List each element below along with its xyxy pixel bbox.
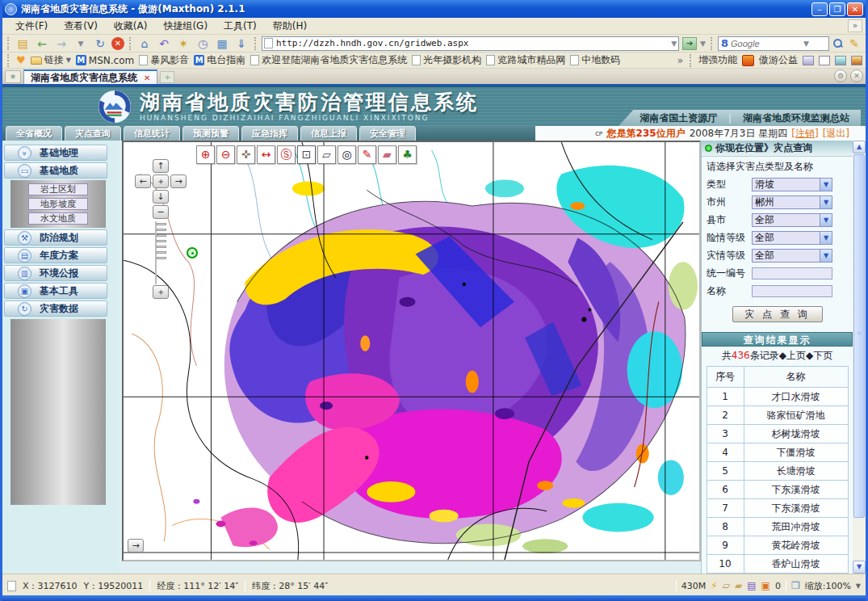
chevron-down-icon[interactable]: ▼ [820,214,832,226]
sidebar-item-base-geography[interactable]: » 基础地理 [4,145,107,161]
sidebar-item-basic-tools[interactable]: ▣ 基本工具 [4,283,107,299]
identify-icon[interactable]: ◎ [338,145,356,164]
disaster-query-button[interactable]: 灾 点 查 询 [732,306,823,322]
notes-icon[interactable] [835,56,846,65]
zoom-level[interactable]: 缩放:100% [805,580,851,592]
download-icon[interactable]: ⇓ [233,36,249,51]
history-clock-icon[interactable]: ◷ [195,36,211,51]
city-select[interactable]: 郴州 ▼ [752,195,832,209]
back-icon[interactable]: ← [34,36,50,51]
tab-province-overview[interactable]: 全省概况 [6,126,62,141]
home-icon[interactable]: ⌂ [136,36,153,51]
collapse-chevron-icon[interactable]: » [848,19,862,32]
draw-line-icon[interactable]: ✎ [358,145,376,164]
sidebar-item-disaster-data[interactable]: ↻ 灾害数据 [4,300,107,317]
go-button[interactable]: ➔ [682,37,697,50]
zoom-in-icon[interactable]: ⊕ [196,145,215,164]
map-viewport[interactable]: ⊕ ⊖ ✜ ↔ Ⓢ ⊡ ▱ ◎ ✎ ▰ ♣ ↑ ← ＋ → ↓ [122,141,701,561]
pan-icon[interactable]: ✜ [237,145,255,164]
table-row[interactable]: 4下僵滑坡 [707,443,848,462]
link-msn[interactable]: M MSN.com [76,55,134,66]
table-row[interactable]: 8荒田冲滑坡 [707,518,848,536]
overflow-chevron[interactable]: » [677,55,683,66]
measure-icon[interactable]: ↔ [257,145,275,164]
table-row[interactable]: 2骆家恒矿滑地 [707,406,848,425]
chevron-down-icon[interactable]: ▼ [820,179,832,191]
scrollbar-thumb[interactable] [853,154,865,518]
forward-icon[interactable]: → [53,36,69,51]
table-row[interactable]: 6下东溪滑坡 [707,481,848,499]
link-land-resources[interactable]: 湖南省国土资源厅 [639,111,717,125]
search-input[interactable] [731,39,803,48]
magic-wand-icon[interactable]: ✶ [175,36,191,51]
tab-close-icon[interactable]: ✕ [144,74,150,82]
refresh-icon[interactable]: ↻ [92,36,108,51]
folder-new-icon[interactable]: ▰ [735,580,742,591]
sub-item-terrain-slope[interactable]: 地形坡度 [28,198,88,210]
logout-link[interactable]: [注销] [791,127,818,141]
pan-right-bottom-button[interactable]: → [128,539,144,553]
tab-forecast-warning[interactable]: 预测预警 [182,126,239,141]
table-row[interactable]: 3杉树垅滑坡 [707,425,848,443]
tab-statistics[interactable]: 信息统计 [124,126,180,141]
menu-file[interactable]: 文件(F) [7,18,56,35]
minimize-button[interactable]: － [811,2,828,16]
search-icon[interactable] [832,38,843,48]
table-row[interactable]: 5长塘滑坡 [707,462,848,481]
menu-view[interactable]: 查看(V) [56,18,106,35]
table-row[interactable]: 7下东溪滑坡 [707,499,848,518]
history-dropdown-icon[interactable]: ▼ [73,36,89,51]
url-input[interactable] [276,38,671,48]
resize-icon[interactable]: ❐ [791,580,800,591]
county-select[interactable]: 全部 ▼ [752,213,832,227]
new-page-icon[interactable]: ▤ [15,36,31,51]
menu-help[interactable]: 帮助(H) [265,18,315,35]
close-button[interactable]: ✕ [847,2,863,16]
menu-groups[interactable]: 快捷组(G) [155,18,216,35]
security-shield-icon[interactable] [742,55,754,66]
sub-item-hydrogeology[interactable]: 水文地质 [28,212,88,225]
boost-lightning-icon[interactable]: ⚡ [711,580,717,591]
tab-disaster-query[interactable]: 灾点查询 [65,126,121,141]
exit-link[interactable]: [退出] [823,127,849,141]
pan-up-button[interactable]: ↑ [153,159,169,173]
window-icon[interactable] [819,56,830,65]
stop-icon[interactable]: ✕ [111,37,124,50]
scroll-up-icon[interactable]: ▲ [853,141,866,153]
unified-number-input[interactable] [752,267,832,279]
zoom-minus-button[interactable]: − [153,205,169,219]
search-engine-dropdown-icon[interactable]: ▼ [803,40,809,48]
folder-icon[interactable]: ▱ [723,580,730,591]
sidebar-item-prevention-planning[interactable]: ⚒ 防治规划 [4,229,107,246]
tab-active[interactable]: 湖南省地质灾害信息系统 ✕ [23,69,157,84]
new-tab-button[interactable]: ＋ [160,71,174,83]
restore-button[interactable]: ❐ [829,2,845,16]
setup-wrench-icon[interactable]: ⚙ [834,69,847,82]
eagle-eye-icon[interactable]: Ⓢ [277,145,296,164]
geological-map[interactable] [124,142,699,560]
url-dropdown-icon[interactable]: ▼ [671,40,677,48]
link-photo[interactable]: 光年摄影机构 [412,53,481,67]
chevron-down-icon[interactable]: ▼ [820,232,832,244]
sub-item-rock-soil-zoning[interactable]: 岩土区划 [28,183,88,195]
vertical-scrollbar[interactable]: ▲ ▼ [853,141,866,574]
eraser-icon[interactable]: ▰ [378,145,396,164]
type-select[interactable]: 滑坡 ▼ [752,178,832,191]
center-button[interactable]: ＋ [153,174,169,188]
link-geo-monitor-station[interactable]: 湖南省地质环境监测总站 [743,111,849,125]
menu-tools[interactable]: 工具(T) [216,18,265,35]
zoom-plus-button[interactable]: ＋ [153,285,169,299]
go-dropdown-icon[interactable]: ▼ [700,40,706,48]
pan-down-button[interactable]: ↓ [153,190,169,204]
name-input[interactable] [752,285,832,297]
zoom-dropdown-icon[interactable]: ▼ [856,582,861,590]
prev-page-link[interactable]: ◆上页 [779,349,806,363]
maxthon-charity[interactable]: 傲游公益 [759,53,798,67]
next-page-link[interactable]: ◆下页 [806,349,832,363]
tab-info-report[interactable]: 信息上报 [300,126,357,141]
sidebar-item-environment-bulletin[interactable]: ▥ 环境公报 [4,265,107,281]
undo-icon[interactable]: ↶ [156,36,172,51]
link-zhongdi[interactable]: 中地数码 [570,53,620,67]
plugin-features[interactable]: 增强功能 [698,53,737,67]
rect-select-icon[interactable]: ⊡ [297,145,316,164]
